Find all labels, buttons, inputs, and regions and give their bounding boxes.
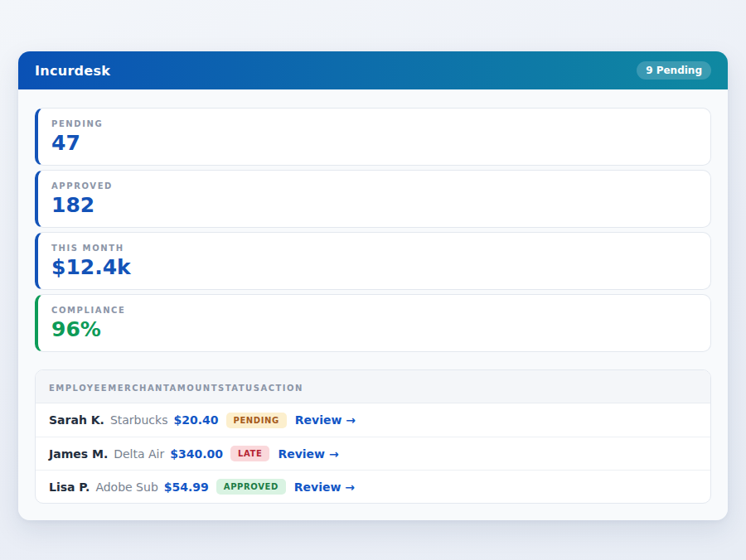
stat-label: PENDING bbox=[51, 119, 697, 128]
column-header-amount: AMOUNT bbox=[170, 384, 219, 393]
table-row: James M. Delta Air $340.00 LATE Review → bbox=[36, 437, 710, 470]
amount-value: $20.40 bbox=[173, 413, 218, 427]
app-header: Incurdesk 9 Pending bbox=[18, 51, 728, 89]
app-title: Incurdesk bbox=[35, 63, 110, 79]
stat-value: 96% bbox=[51, 317, 697, 341]
employee-name: Lisa P. bbox=[49, 480, 90, 494]
status-badge: PENDING bbox=[226, 413, 287, 428]
column-header-merchant: MERCHANT bbox=[108, 384, 169, 393]
stat-label: APPROVED bbox=[51, 181, 697, 191]
incurdesk-app-card: Incurdesk 9 Pending PENDING 47 APPROVED … bbox=[18, 51, 728, 520]
merchant-name: Starbucks bbox=[110, 413, 168, 427]
column-header-employee: EMPLOYEE bbox=[49, 384, 108, 393]
stat-label: THIS MONTH bbox=[51, 244, 697, 253]
amount-value: $54.99 bbox=[164, 480, 209, 494]
merchant-name: Delta Air bbox=[114, 447, 164, 461]
stat-value: 47 bbox=[51, 131, 697, 155]
stat-card-compliance: COMPLIANCE 96% bbox=[35, 294, 711, 352]
app-body: PENDING 47 APPROVED 182 THIS MONTH $12.4… bbox=[18, 89, 728, 520]
employee-name: James M. bbox=[49, 447, 108, 461]
column-header-action: ACTION bbox=[260, 384, 303, 393]
status-badge: APPROVED bbox=[216, 479, 286, 495]
column-header-status: STATUS bbox=[218, 384, 260, 393]
transactions-table: EMPLOYEEMERCHANTAMOUNTSTATUSACTION Sarah… bbox=[35, 369, 711, 504]
stat-card-pending: PENDING 47 bbox=[35, 108, 711, 166]
stat-label: COMPLIANCE bbox=[51, 306, 697, 315]
review-link[interactable]: Review → bbox=[278, 447, 338, 461]
pending-count-badge: 9 Pending bbox=[637, 61, 711, 80]
review-link[interactable]: Review → bbox=[294, 480, 355, 494]
stat-card-this-month: THIS MONTH $12.4k bbox=[35, 232, 711, 290]
stat-value: 182 bbox=[51, 193, 697, 217]
table-row: Sarah K. Starbucks $20.40 PENDING Review… bbox=[36, 403, 710, 437]
review-link[interactable]: Review → bbox=[295, 413, 356, 427]
stat-card-approved: APPROVED 182 bbox=[35, 170, 711, 228]
table-row: Lisa P. Adobe Sub $54.99 APPROVED Review… bbox=[36, 470, 710, 503]
merchant-name: Adobe Sub bbox=[95, 480, 157, 494]
amount-value: $340.00 bbox=[170, 447, 223, 461]
employee-name: Sarah K. bbox=[49, 413, 104, 427]
table-header-row: EMPLOYEEMERCHANTAMOUNTSTATUSACTION bbox=[36, 370, 710, 403]
stat-value: $12.4k bbox=[51, 255, 697, 279]
status-badge: LATE bbox=[230, 446, 269, 461]
